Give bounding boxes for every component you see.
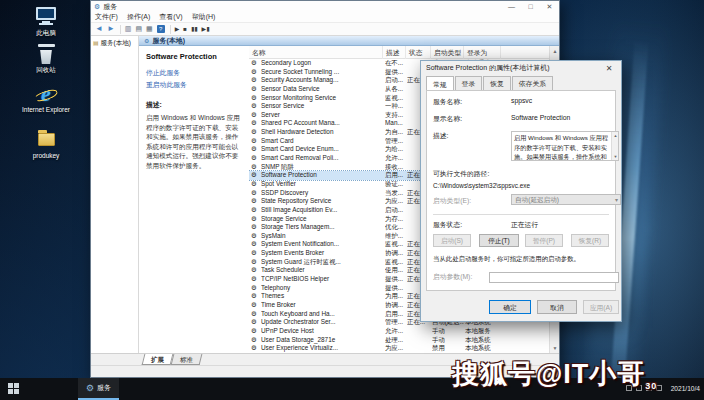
service-desc-cell: Man...: [385, 119, 406, 128]
back-icon[interactable]: ◄: [95, 23, 103, 35]
results-banner: ⚙ 服务(本地): [139, 36, 559, 46]
service-row[interactable]: ⚙User Experience Virtualiz...为应...禁用本地系统: [249, 344, 549, 353]
service-name-cell: SSDP Discovery: [261, 189, 382, 198]
stop-service-icon[interactable]: ■: [183, 23, 187, 35]
service-gear-icon: ⚙: [251, 240, 260, 249]
service-gear-icon: ⚙: [251, 163, 260, 172]
column-header[interactable]: 状态: [406, 46, 431, 59]
column-header[interactable]: 描述: [383, 46, 406, 59]
service-desc-cell: 使用...: [385, 266, 406, 275]
restart-service-icon[interactable]: ▶▮: [202, 23, 210, 35]
view-tab-标准[interactable]: 标准: [171, 354, 203, 365]
close-button[interactable]: ✕: [540, 1, 559, 12]
service-name-value: sppsvc: [511, 97, 532, 104]
service-desc-cell: 监视...: [385, 258, 406, 267]
service-desc-cell: 监视...: [385, 94, 406, 103]
scroll-up-icon[interactable]: ▲: [550, 46, 559, 56]
service-status-label: 服务状态:: [433, 220, 462, 230]
tree-item-services-local[interactable]: ▤ 服务(本地): [93, 39, 136, 48]
forward-icon[interactable]: ►: [107, 23, 115, 35]
start-service-icon[interactable]: ▶: [175, 23, 180, 35]
scroll-up-icon[interactable]: ▲: [612, 132, 619, 139]
service-row[interactable]: ⚙UPnP Device Host允许...手动本地服务: [249, 327, 549, 336]
sep: [170, 25, 171, 34]
dialog-close-icon[interactable]: ✕: [602, 64, 616, 73]
service-desc-cell: 为存...: [385, 215, 406, 224]
display-name-label: 显示名称:: [433, 114, 462, 124]
service-desc-cell: 一种...: [385, 102, 406, 111]
service-desc-cell: 优化...: [385, 223, 406, 232]
ok-button[interactable]: 确定: [489, 300, 531, 314]
menu-item-文[interactable]: 文件(F): [95, 12, 118, 22]
service-desc-cell: 为应...: [385, 197, 406, 206]
desktop-icon-produkey[interactable]: produkey: [18, 130, 74, 159]
service-name-cell: Still Image Acquisition Ev...: [261, 206, 382, 215]
properties-icon[interactable]: ▤: [135, 23, 142, 35]
desktop-icon-recycle-bin[interactable]: 回收站: [18, 44, 74, 75]
stop-service-link[interactable]: 停止此服务: [146, 68, 244, 78]
dialog-titlebar[interactable]: Software Protection 的属性(本地计算机) ✕: [421, 61, 621, 75]
cancel-button[interactable]: 取消: [537, 300, 577, 314]
column-header[interactable]: 登录为: [464, 46, 501, 59]
service-desc-cell: 启动...: [385, 76, 406, 85]
help-icon[interactable]: ?: [157, 25, 165, 33]
taskbar-app-services[interactable]: ⚙ 服务: [78, 378, 119, 400]
service-name-cell: User Data Storage_2871e: [261, 336, 382, 345]
menu-item-帮[interactable]: 帮助(H): [192, 12, 216, 22]
maximize-button[interactable]: □: [521, 1, 540, 12]
startup-params-input[interactable]: [489, 272, 619, 283]
minimize-button[interactable]: —: [502, 1, 521, 12]
service-control-button-2[interactable]: 停止(T): [479, 234, 519, 247]
desktop-icon-label: 回收站: [18, 66, 74, 75]
service-logon-cell: 本地系统: [465, 344, 501, 353]
apply-button: 应用(A): [583, 300, 619, 314]
service-row[interactable]: ⚙User Data Storage_2871e处理...手动本地系统: [249, 336, 549, 345]
description-textarea[interactable]: 启用 Windows 和 Windows 应用程序的数字许可证的下载、安装和实施…: [511, 131, 619, 161]
service-gear-icon: ⚙: [251, 223, 260, 232]
restart-service-link[interactable]: 重启动此服务: [146, 80, 244, 90]
pause-service-icon[interactable]: ▮▮: [191, 23, 198, 35]
service-gear-icon: ⚙: [251, 189, 260, 198]
service-desc-cell: 在不...: [385, 59, 406, 68]
export-list-icon[interactable]: ▦: [146, 23, 153, 35]
services-titlebar[interactable]: ⚙ 服务 — □ ✕: [91, 1, 559, 12]
service-gear-icon: ⚙: [251, 344, 260, 353]
description-scrollbar[interactable]: ▲ ▼: [611, 132, 618, 160]
column-header[interactable]: 名称: [249, 46, 383, 59]
service-name-cell: SysMain: [261, 232, 382, 241]
service-gear-icon: ⚙: [251, 206, 260, 215]
startup-params-note: 当从此处启动服务时，你可指定所适用的启动参数。: [433, 255, 609, 264]
service-desc-cell: 启动...: [385, 206, 406, 215]
menu-item-查[interactable]: 查看(V): [159, 12, 182, 22]
column-header[interactable]: 启动类型: [431, 46, 464, 59]
start-button[interactable]: [8, 383, 20, 395]
console-node-icon: ▤: [93, 40, 99, 46]
service-gear-icon: ⚙: [251, 310, 260, 319]
service-name-cell: Update Orchestrator Ser...: [261, 318, 382, 327]
chevron-down-icon: ▾: [615, 195, 618, 205]
service-name-cell: User Experience Virtualiz...: [261, 344, 382, 353]
desktop-icon-internet-explorer[interactable]: e Internet Explorer: [18, 84, 74, 113]
service-desc-cell: 允许...: [385, 154, 406, 163]
service-desc-cell: 从各...: [385, 85, 406, 94]
service-gear-icon: ⚙: [251, 318, 260, 327]
dialog-tab-依存关系[interactable]: 依存关系: [512, 76, 553, 90]
service-gear-icon: ⚙: [251, 154, 260, 163]
dialog-tab-恢复[interactable]: 恢复: [483, 76, 511, 90]
scroll-down-icon[interactable]: ▼: [612, 153, 619, 160]
dialog-tab-常规[interactable]: 常规: [426, 76, 454, 91]
service-control-button-3: 暂停(P): [525, 234, 563, 247]
dialog-tab-登录[interactable]: 登录: [455, 76, 483, 90]
service-gear-icon: ⚙: [251, 292, 260, 301]
service-logon-cell: 本地服务: [465, 327, 501, 336]
service-gear-icon: ⚙: [251, 76, 260, 85]
scroll-down-icon[interactable]: ▼: [550, 343, 559, 353]
service-desc-cell: 处理...: [385, 336, 406, 345]
service-name-label: 服务名称:: [433, 97, 462, 107]
menu-item-操[interactable]: 操作(A): [127, 12, 150, 22]
view-tab-扩展[interactable]: 扩展: [142, 354, 174, 365]
show-console-tree-icon[interactable]: ▥: [125, 23, 132, 35]
desktop-icon-this-pc[interactable]: 此电脑: [18, 7, 74, 38]
startup-type-dropdown[interactable]: 自动(延迟启动) ▾: [511, 194, 621, 205]
service-name-cell: System Events Broker: [261, 249, 382, 258]
